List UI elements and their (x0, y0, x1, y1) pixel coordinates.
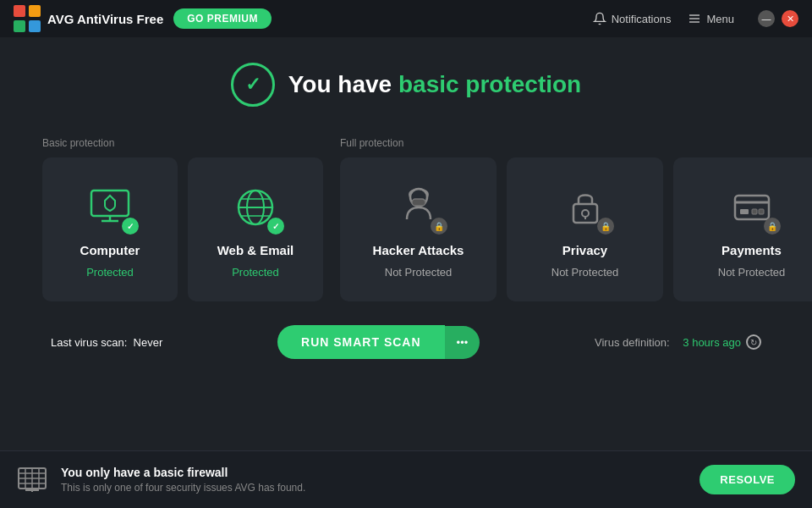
minimize-button[interactable]: — (758, 10, 775, 27)
scan-bar: Last virus scan: Never RUN SMART SCAN ••… (42, 325, 770, 359)
web-email-icon-area: ✓ (228, 180, 283, 235)
avg-logo-icon (14, 5, 41, 32)
svg-rect-16 (412, 199, 425, 206)
hacker-attacks-lock-badge: 🔒 (431, 218, 447, 235)
footer-banner: You only have a basic firewall This is o… (0, 450, 812, 508)
payments-card-status: Not Protected (718, 266, 786, 279)
privacy-card-title: Privacy (562, 243, 607, 257)
svg-rect-23 (752, 209, 757, 214)
svg-rect-7 (91, 190, 129, 216)
svg-rect-3 (29, 20, 41, 32)
go-premium-button[interactable]: GO PREMIUM (173, 8, 272, 29)
footer-text: You only have a basic firewall This is o… (61, 466, 686, 494)
payments-icon-area: 🔒 (725, 180, 779, 235)
scan-more-button[interactable]: ••• (445, 326, 480, 359)
footer-subtitle: This is only one of four security issues… (61, 482, 686, 494)
firewall-icon (17, 465, 47, 495)
last-scan-label: Last virus scan: (51, 336, 127, 349)
menu-label: Menu (706, 13, 734, 25)
svg-rect-22 (740, 209, 749, 214)
svg-rect-24 (759, 209, 764, 214)
titlebar: AVG AntiVirus Free GO PREMIUM Notificati… (0, 0, 812, 37)
web-email-card[interactable]: ✓ Web & Email Protected (188, 157, 323, 301)
virus-def-label: Virus definition: (595, 336, 670, 349)
status-title: You have basic protection (288, 71, 581, 98)
scan-info-right: Virus definition: 3 hours ago ↻ (595, 334, 761, 350)
svg-rect-1 (29, 5, 41, 17)
computer-card-status: Protected (86, 266, 134, 279)
status-header: ✓ You have basic protection (42, 63, 770, 107)
hacker-attacks-card-title: Hacker Attacks (373, 243, 464, 257)
basic-protection-section: Basic protection ✓ Computer Protect (42, 137, 323, 301)
svg-rect-17 (573, 204, 597, 223)
full-cards-row: 🔒 Hacker Attacks Not Protected (340, 157, 812, 301)
virus-def-value: 3 hours ago (683, 336, 741, 349)
basic-section-label: Basic protection (42, 137, 323, 149)
privacy-card[interactable]: 🔒 Privacy Not Protected (507, 157, 663, 301)
resolve-button[interactable]: RESOLVE (700, 465, 795, 494)
privacy-card-status: Not Protected (551, 266, 619, 279)
menu-icon (688, 12, 701, 25)
titlebar-left: AVG AntiVirus Free GO PREMIUM (14, 5, 272, 32)
app-name-label: AVG AntiVirus Free (47, 12, 163, 26)
svg-rect-0 (14, 5, 25, 17)
avg-logo: AVG AntiVirus Free (14, 5, 163, 32)
hacker-attacks-card[interactable]: 🔒 Hacker Attacks Not Protected (340, 157, 497, 301)
payments-card[interactable]: 🔒 Payments Not Protected (673, 157, 812, 301)
full-section-label: Full protection (340, 137, 812, 149)
scan-btn-group: RUN SMART SCAN ••• (277, 325, 480, 359)
svg-point-18 (582, 210, 589, 217)
web-email-check-badge: ✓ (267, 218, 284, 235)
payments-card-title: Payments (721, 243, 782, 257)
basic-cards-row: ✓ Computer Protected (42, 157, 323, 301)
svg-rect-20 (735, 196, 769, 219)
status-check-circle: ✓ (231, 63, 275, 107)
window-controls: — ✕ (758, 10, 798, 27)
bell-icon (593, 12, 606, 25)
refresh-icon[interactable]: ↻ (746, 334, 761, 350)
full-protection-section: Full protection (340, 137, 812, 301)
status-title-highlight: basic protection (398, 71, 581, 97)
titlebar-right: Notifications Menu — ✕ (593, 10, 798, 27)
run-smart-scan-button[interactable]: RUN SMART SCAN (277, 325, 445, 359)
scan-info-left: Last virus scan: Never (51, 336, 162, 349)
status-title-part1: You have (288, 71, 398, 97)
hacker-attacks-icon-area: 🔒 (392, 180, 446, 235)
close-button[interactable]: ✕ (782, 10, 798, 27)
computer-check-badge: ✓ (122, 218, 139, 235)
svg-rect-2 (14, 20, 25, 32)
notifications-label: Notifications (612, 13, 672, 25)
computer-card-title: Computer (80, 243, 140, 257)
hacker-attacks-card-status: Not Protected (385, 266, 453, 279)
privacy-icon-area: 🔒 (558, 180, 612, 235)
web-email-card-status: Protected (232, 266, 279, 279)
menu-button[interactable]: Menu (688, 12, 734, 25)
payments-lock-badge: 🔒 (764, 218, 781, 235)
last-scan-value: Never (134, 336, 163, 349)
main-content: ✓ You have basic protection Basic protec… (0, 37, 812, 376)
checkmark-icon: ✓ (245, 74, 261, 96)
computer-icon-area: ✓ (83, 180, 137, 235)
privacy-lock-badge: 🔒 (597, 218, 614, 235)
computer-card[interactable]: ✓ Computer Protected (42, 157, 178, 301)
web-email-card-title: Web & Email (217, 243, 294, 257)
footer-title: You only have a basic firewall (61, 466, 686, 479)
notifications-button[interactable]: Notifications (593, 12, 672, 25)
